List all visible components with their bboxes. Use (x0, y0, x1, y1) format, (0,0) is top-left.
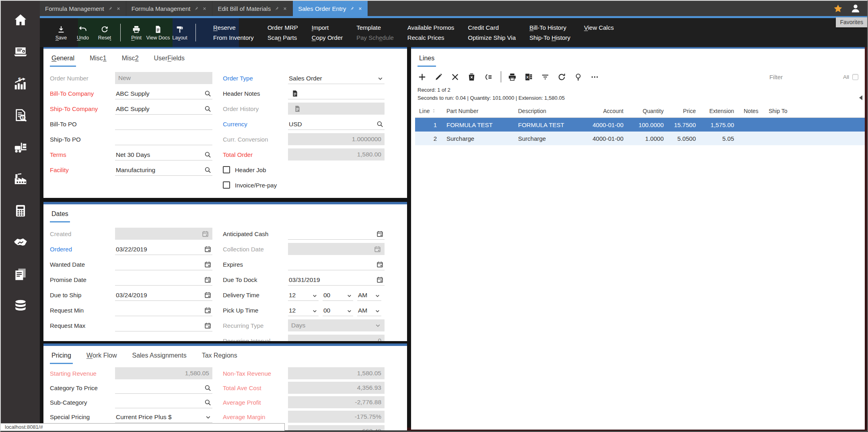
sidebar-item-data[interactable] (1, 290, 40, 322)
order-type-field[interactable]: Sales Order (288, 72, 385, 84)
search-icon[interactable] (204, 90, 212, 97)
collapse-panel-arrow[interactable] (859, 95, 862, 100)
tab-work-flow[interactable]: Work Flow (86, 346, 118, 365)
time-hour-select[interactable]: 12 (288, 304, 319, 316)
toolbar-button-recalc-prices[interactable]: Recalc Prices (407, 34, 454, 41)
delivery-time-field[interactable]: 1200AM (288, 289, 385, 301)
search-icon[interactable] (376, 120, 384, 128)
column-header-extension[interactable]: Extension (701, 104, 740, 117)
toolbar-button-order-mrp[interactable]: Order MRP (267, 24, 298, 31)
terms-field[interactable]: Net 30 Days (115, 148, 212, 160)
facility-field[interactable]: Manufacturing (115, 164, 212, 176)
add-icon[interactable] (418, 72, 427, 82)
currency-field[interactable]: USD (288, 118, 385, 130)
request-max-field[interactable] (115, 319, 212, 331)
pick-up-time-field[interactable]: 1200AM (288, 304, 385, 316)
request-min-field[interactable] (115, 304, 212, 316)
toolbar-button-print[interactable]: Print (125, 18, 147, 47)
calendar-icon[interactable] (376, 230, 384, 238)
toolbar-button-reset[interactable]: Reset (94, 18, 115, 47)
sidebar-item-purchasing[interactable]: $ (1, 99, 40, 131)
toolbar-button-optimize-ship-via[interactable]: Optimize Ship Via (468, 34, 516, 41)
tab-sales-assignments[interactable]: Sales Assignments (131, 346, 187, 365)
tab-lines[interactable]: Lines (418, 49, 435, 68)
special-pricing-field[interactable]: Current Price Plus $ (115, 411, 212, 423)
checkbox-invoice-pre-pay[interactable] (223, 181, 230, 189)
time-ampm-select[interactable]: AM (357, 289, 381, 301)
refresh-icon[interactable] (557, 72, 566, 82)
due-to-ship-field[interactable]: 03/24/2019 (115, 289, 212, 301)
toolbar-button-credit-card[interactable]: Credit Card (468, 24, 516, 31)
pin-icon[interactable] (194, 6, 199, 11)
sidebar-item-sales[interactable]: $ (1, 68, 40, 99)
pin-icon[interactable] (274, 6, 279, 11)
promise-date-field[interactable] (115, 274, 212, 286)
time-ampm-select[interactable]: AM (357, 304, 381, 316)
expires-field[interactable] (288, 258, 385, 270)
browser-tab-formula-management[interactable]: Formula Management (126, 1, 213, 16)
toolbar-button-import[interactable]: Import (312, 24, 343, 31)
sidebar-item-reports[interactable] (1, 258, 40, 290)
table-row-2[interactable]: 2SurchargeSurcharge4000-01-001.00005.050… (415, 132, 865, 145)
calendar-icon[interactable] (204, 245, 212, 253)
search-icon[interactable] (204, 166, 212, 174)
sidebar-item-order-entry[interactable] (1, 36, 40, 68)
clear-lines-icon[interactable] (483, 72, 493, 82)
column-header-part-number[interactable]: Part Number (442, 104, 514, 117)
ship-to-po-field[interactable] (115, 133, 212, 145)
toolbar-button-reserve[interactable]: Reserve (213, 24, 254, 31)
checkbox-header-job[interactable] (223, 166, 230, 173)
calendar-icon[interactable] (376, 276, 384, 284)
sub-category-field[interactable] (115, 396, 212, 408)
toolbar-button-template[interactable]: Template (356, 24, 394, 31)
toolbar-button-copy-order[interactable]: Copy Order (312, 34, 343, 41)
calendar-icon[interactable] (204, 276, 212, 284)
sidebar-item-accounting[interactable] (1, 195, 40, 226)
filter-icon[interactable] (541, 72, 550, 82)
tab-tax-regions[interactable]: Tax Regions (201, 346, 238, 365)
pin-icon[interactable] (350, 6, 354, 11)
sidebar-item-production[interactable] (1, 163, 40, 195)
wanted-date-field[interactable] (115, 258, 212, 270)
calendar-icon[interactable] (204, 291, 212, 299)
tab-pricing[interactable]: Pricing (51, 346, 72, 365)
toolbar-button-bill-to-history[interactable]: Bill-To History (529, 24, 570, 31)
more-icon[interactable] (590, 72, 599, 82)
toolbar-button-layout[interactable]: Layout (169, 18, 191, 47)
column-header-quantity[interactable]: Quantity (629, 104, 669, 117)
header-notes-field[interactable] (288, 87, 385, 99)
close-icon[interactable] (202, 6, 207, 11)
toolbar-button-from-inventory[interactable]: From Inventory (213, 34, 254, 41)
user-icon[interactable] (850, 3, 861, 14)
search-icon[interactable] (204, 151, 212, 158)
toolbar-button-ship-to-history[interactable]: Ship-To History (529, 34, 570, 41)
chevron-down-icon[interactable] (377, 75, 384, 82)
toolbar-button-view-calcs[interactable]: View Calcs (584, 24, 614, 31)
bill-to-po-field[interactable] (115, 118, 212, 130)
tab-general[interactable]: General (51, 49, 75, 68)
anticipated-cash-field[interactable] (288, 228, 385, 240)
category-to-price-field[interactable] (115, 382, 212, 394)
time-minute-select[interactable]: 00 (323, 304, 353, 316)
browser-tab-formula-management[interactable]: Formula Management (40, 1, 126, 16)
close-icon[interactable] (283, 6, 287, 11)
excel-export-icon[interactable]: X (524, 72, 533, 82)
sidebar-item-inventory[interactable] (1, 131, 40, 163)
browser-tab-sales-order-entry[interactable]: Sales Order Entry (293, 1, 368, 16)
tab-misc1[interactable]: Misc1 (89, 49, 107, 68)
ordered-field[interactable]: 03/22/2019 (115, 243, 212, 255)
due-to-dock-field[interactable]: 03/31/2019 (288, 274, 385, 286)
browser-tab-edit-bill-of-materials[interactable]: Edit Bill of Materials (212, 1, 293, 16)
document-icon[interactable] (291, 90, 299, 97)
void-icon[interactable] (467, 72, 476, 82)
table-row-1[interactable]: 1FORMULA TESTFORMULA TEST4000-01-00100.0… (415, 118, 865, 132)
toolbar-button-view-docs[interactable]: View Docs (147, 18, 169, 47)
delete-icon[interactable] (450, 72, 460, 82)
column-header-price[interactable]: Price (669, 104, 701, 117)
column-header-notes[interactable]: Notes (740, 104, 765, 117)
toolbar-button-save[interactable]: Save (50, 18, 72, 47)
tab-misc2[interactable]: Misc2 (121, 49, 140, 68)
edit-icon[interactable] (434, 72, 443, 82)
toolbar-button-available-promos[interactable]: Available Promos (407, 24, 454, 31)
time-minute-select[interactable]: 00 (323, 289, 353, 301)
